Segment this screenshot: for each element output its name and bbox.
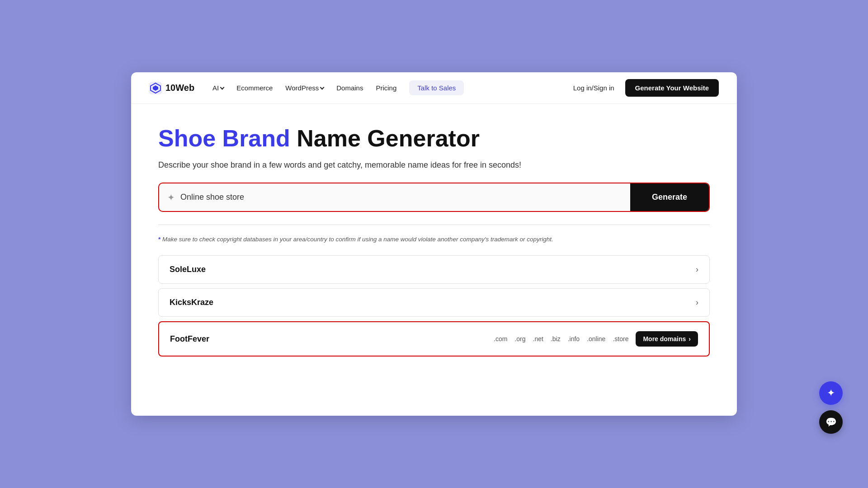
nav-domains[interactable]: Domains	[336, 84, 363, 92]
nav-pricing[interactable]: Pricing	[376, 84, 396, 92]
name-kickskraze: KicksKraze	[170, 298, 213, 307]
generate-button[interactable]: Generate	[630, 183, 709, 211]
ai-sparkle-icon: ✦	[827, 387, 835, 399]
fab-ai-button[interactable]: ✦	[819, 381, 843, 405]
page-title: Shoe Brand Name Generator	[158, 126, 710, 151]
sparkle-icon: ✦	[167, 192, 175, 203]
chevron-down-icon	[320, 85, 325, 90]
name-footfever: FootFever	[170, 334, 209, 344]
floating-buttons: ✦ 💬	[819, 381, 843, 434]
subtitle: Describe your shoe brand in a few words …	[158, 160, 710, 170]
talk-to-sales-button[interactable]: Talk to Sales	[409, 80, 464, 95]
domain-online: .online	[587, 335, 605, 343]
generate-website-button[interactable]: Generate Your Website	[625, 79, 719, 97]
logo[interactable]: 10Web	[149, 82, 194, 94]
domain-biz: .biz	[551, 335, 561, 343]
chevron-down-icon	[220, 85, 225, 90]
nav-links: AI Ecommerce WordPress Domains Pricing T…	[212, 80, 559, 95]
nav-right: Log in/Sign in Generate Your Website	[573, 79, 719, 97]
domain-com: .com	[494, 335, 507, 343]
arrow-icon: ›	[689, 335, 691, 343]
input-wrap: ✦	[159, 183, 630, 211]
title-highlight: Shoe Brand	[158, 125, 290, 151]
fab-chat-button[interactable]: 💬	[819, 410, 843, 434]
domain-store: .store	[613, 335, 628, 343]
nav-ecommerce[interactable]: Ecommerce	[236, 84, 273, 92]
chevron-right-icon: ›	[696, 298, 698, 307]
disclaimer-text: Make sure to check copyright databases i…	[162, 236, 553, 243]
result-row-kickskraze[interactable]: KicksKraze ›	[158, 288, 710, 317]
more-domains-label: More domains	[643, 335, 686, 343]
result-row-footfever[interactable]: FootFever .com .org .net .biz .info .onl…	[158, 321, 710, 357]
generator-input[interactable]	[180, 183, 622, 211]
divider	[158, 225, 710, 225]
nav-ai[interactable]: AI	[212, 84, 224, 92]
chevron-right-icon: ›	[696, 265, 698, 274]
name-soleluxe: SoleLuxe	[170, 265, 206, 274]
logo-text: 10Web	[165, 83, 194, 93]
chat-icon: 💬	[826, 417, 837, 427]
more-domains-button[interactable]: More domains ›	[636, 331, 698, 347]
result-row-soleluxe[interactable]: SoleLuxe ›	[158, 255, 710, 284]
login-link[interactable]: Log in/Sign in	[573, 84, 614, 92]
disclaimer-star: *	[158, 236, 160, 243]
generator-box: ✦ Generate	[158, 183, 710, 212]
domain-net: .net	[533, 335, 543, 343]
nav-wordpress[interactable]: WordPress	[285, 84, 324, 92]
disclaimer: * Make sure to check copyright databases…	[158, 236, 710, 243]
domain-info: .info	[568, 335, 580, 343]
logo-icon	[149, 82, 162, 94]
domain-tags: .com .org .net .biz .info .online .store	[209, 335, 628, 343]
domain-org: .org	[514, 335, 525, 343]
title-rest: Name Generator	[290, 125, 480, 151]
